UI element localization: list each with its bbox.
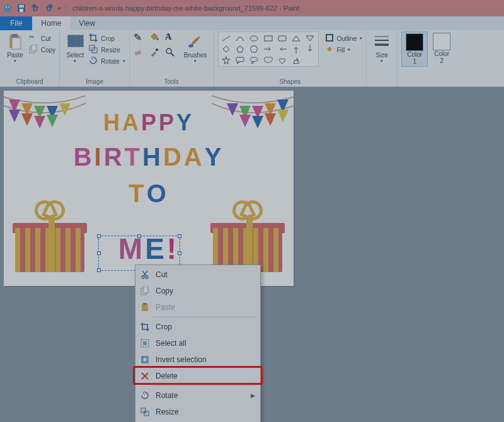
fill-tool-icon[interactable] — [149, 31, 163, 45]
shapes-gallery[interactable] — [218, 31, 319, 67]
chevron-right-icon: ▶ — [251, 392, 255, 399]
resize-button[interactable]: Resize — [89, 44, 125, 55]
gift-box-decoration — [213, 203, 282, 272]
paste-label: Paste — [7, 52, 23, 59]
color2-button[interactable]: Color 2 — [430, 31, 453, 66]
context-menu-selectall[interactable]: Select all — [137, 335, 259, 351]
svg-rect-8 — [11, 34, 18, 37]
shape-fill-button[interactable]: Fill▾ — [325, 44, 363, 55]
tab-file[interactable]: File — [0, 16, 32, 30]
save-icon[interactable] — [16, 3, 26, 13]
svg-rect-6 — [20, 9, 23, 12]
copy-button[interactable]: Copy — [29, 44, 55, 55]
cut-button[interactable]: ✂Cut — [29, 33, 55, 44]
title-separator: │ — [64, 4, 69, 12]
tab-home[interactable]: Home — [32, 16, 70, 30]
select-icon — [66, 33, 84, 50]
svg-point-3 — [8, 9, 9, 10]
svg-point-1 — [6, 6, 7, 8]
tools-group-label: Tools — [134, 78, 210, 86]
context-menu-resize[interactable]: Resize — [137, 404, 259, 420]
context-menu-separator — [153, 317, 258, 317]
rotate-icon — [89, 56, 99, 66]
resize-icon — [89, 45, 99, 55]
window-title-filename: children-s-words-happy-birthday-me-white… — [72, 4, 277, 12]
context-menu-crop[interactable]: Crop — [137, 319, 259, 335]
context-menu-label: Cut — [156, 270, 168, 279]
select-button[interactable]: Select ▾ — [64, 31, 86, 65]
context-menu-cut[interactable]: Cut — [137, 266, 259, 283]
svg-marker-28 — [223, 46, 229, 52]
crop-icon — [139, 321, 151, 333]
canvas-text-line2: BIRTHDAY — [4, 142, 294, 172]
redo-icon[interactable] — [44, 3, 54, 13]
svg-rect-34 — [326, 35, 333, 41]
rotate-button[interactable]: Rotate▾ — [89, 55, 125, 67]
svg-point-16 — [156, 38, 159, 40]
color1-button[interactable]: Color 1 — [401, 31, 428, 67]
context-menu-copy[interactable]: Copy — [137, 283, 259, 299]
context-menu-label: Copy — [156, 287, 173, 295]
svg-marker-31 — [222, 57, 230, 64]
chevron-down-icon: ▾ — [74, 59, 76, 64]
shape-outline-button[interactable]: Outline▾ — [325, 33, 363, 44]
delete-icon — [139, 370, 151, 382]
context-menu-label: Delete — [156, 372, 178, 380]
context-menu-delete[interactable]: Delete — [137, 368, 259, 384]
ribbon-group-size: Size ▾ — [367, 30, 398, 86]
canvas[interactable]: HAPPY BIRTHDAY TO ME! — [4, 91, 294, 286]
size-button[interactable]: Size ▾ — [370, 31, 393, 65]
qat-dropdown-icon[interactable]: ▾ — [58, 6, 60, 11]
context-menu-label: Crop — [156, 322, 172, 331]
clipboard-group-label: Clipboard — [4, 78, 55, 86]
svg-marker-29 — [237, 46, 243, 52]
text-tool-icon[interactable]: A — [165, 31, 179, 45]
context-menu-invertsel[interactable]: Invert selection — [137, 351, 259, 368]
context-menu-label: Rotate — [156, 391, 178, 400]
ribbon-group-colors: Color 1 Color 2 — [398, 30, 457, 86]
color1-swatch — [406, 33, 423, 51]
paint-logo-icon — [3, 3, 13, 13]
eraser-tool-icon[interactable] — [134, 47, 147, 61]
window-title-app: Paint — [284, 4, 299, 12]
shapes-group-label: Shapes — [218, 78, 363, 86]
invert-selection-icon — [139, 354, 151, 365]
chevron-down-icon: ▾ — [14, 59, 16, 64]
scissors-icon: ✂ — [29, 33, 39, 43]
context-menu-label: Invert selection — [156, 355, 207, 364]
picker-tool-icon[interactable] — [149, 47, 163, 61]
brushes-button[interactable]: Brushes ▾ — [181, 31, 210, 65]
fill-icon — [325, 45, 335, 55]
chevron-down-icon: ▾ — [194, 59, 197, 64]
titlebar: ▾ │ children-s-words-happy-birthday-me-w… — [0, 0, 504, 16]
svg-point-21 — [188, 45, 193, 48]
undo-icon[interactable] — [30, 3, 40, 13]
canvas-area: HAPPY BIRTHDAY TO ME! — [0, 87, 504, 286]
crop-button[interactable]: Crop — [89, 33, 125, 44]
svg-rect-17 — [134, 50, 141, 55]
paste-icon — [139, 302, 151, 313]
svg-rect-44 — [142, 304, 148, 311]
svg-rect-12 — [67, 35, 84, 47]
context-menu-rotate[interactable]: Rotate▶ — [137, 387, 259, 404]
ribbon-group-shapes: Outline▾ Fill▾ Shapes — [214, 30, 367, 86]
rotate-icon — [139, 390, 151, 401]
tab-view[interactable]: View — [70, 16, 104, 30]
crop-icon — [89, 33, 99, 43]
outline-icon — [325, 33, 335, 43]
svg-line-22 — [222, 36, 230, 41]
chevron-down-icon: ▾ — [381, 59, 383, 64]
context-menu-label: Select all — [156, 339, 186, 348]
svg-rect-45 — [143, 303, 147, 305]
svg-rect-9 — [12, 38, 21, 49]
pencil-tool-icon[interactable]: ✎ — [134, 31, 147, 45]
svg-line-54 — [143, 410, 147, 414]
paste-button[interactable]: Paste ▾ — [4, 31, 26, 65]
copy-icon — [139, 285, 151, 297]
gift-box-decoration — [15, 203, 84, 272]
svg-point-38 — [142, 276, 144, 278]
svg-rect-49 — [143, 358, 147, 362]
zoom-tool-icon[interactable] — [165, 47, 179, 61]
svg-point-2 — [8, 6, 9, 8]
size-icon — [373, 33, 391, 50]
